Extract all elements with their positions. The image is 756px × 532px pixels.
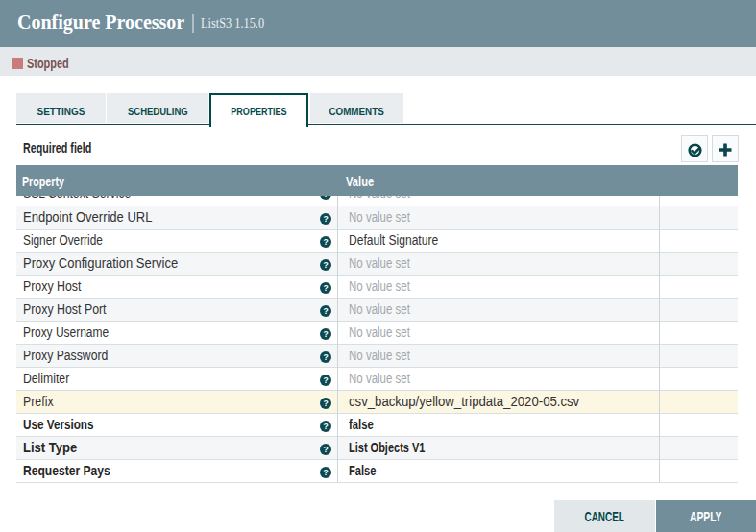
svg-text:?: ?	[323, 399, 328, 408]
svg-text:?: ?	[323, 329, 328, 339]
svg-text:?: ?	[323, 445, 328, 454]
svg-text:?: ?	[323, 237, 328, 247]
svg-text:?: ?	[323, 260, 328, 270]
svg-text:?: ?	[323, 352, 328, 362]
svg-text:?: ?	[323, 375, 328, 385]
svg-text:?: ?	[323, 196, 328, 199]
svg-text:?: ?	[323, 214, 328, 224]
svg-text:?: ?	[323, 306, 328, 316]
svg-text:?: ?	[323, 283, 328, 293]
svg-text:?: ?	[323, 422, 328, 431]
svg-text:?: ?	[323, 468, 328, 477]
